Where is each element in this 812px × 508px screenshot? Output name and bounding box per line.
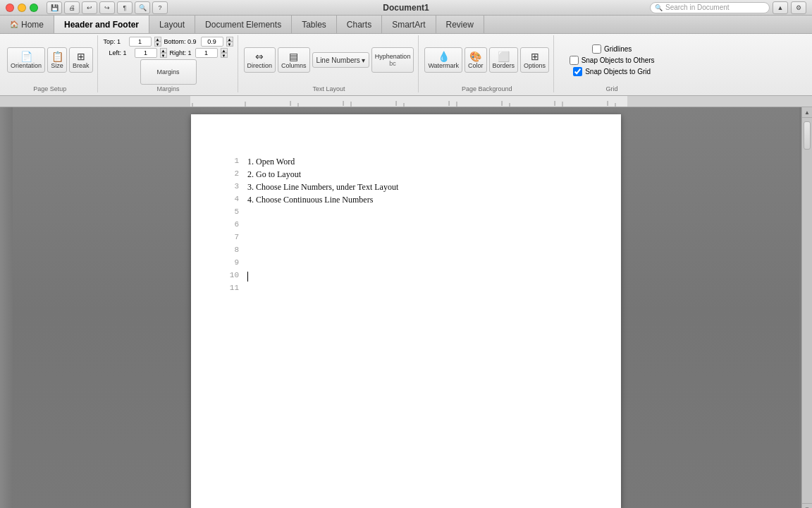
- doc-line-11: 11: [247, 284, 586, 296]
- text-layout-label: Text Layout: [244, 85, 414, 92]
- tab-review[interactable]: Review: [436, 16, 484, 33]
- expand-icon[interactable]: ⚙: [791, 1, 806, 14]
- ribbon-section-page-background: 💧 Watermark 🎨 Color ⬜ Borders ⊞ Options …: [420, 35, 554, 92]
- tab-tables[interactable]: Tables: [292, 16, 337, 33]
- watermark-button[interactable]: 💧 Watermark: [424, 47, 462, 73]
- left-spinners[interactable]: ▲ ▼: [160, 48, 167, 58]
- collapse-icon[interactable]: ▲: [773, 1, 788, 14]
- line-num-7: 7: [219, 233, 239, 241]
- left-input[interactable]: [135, 48, 157, 58]
- ribbon-section-margins: Top: 1 ▲ ▼ Bottom: 0.9 ▲ ▼ Left: 1 ▲ ▼: [99, 35, 238, 92]
- break-button[interactable]: ⊞ Break: [69, 47, 93, 73]
- options-icon: ⊞: [531, 51, 539, 62]
- svg-text:|: |: [395, 99, 397, 106]
- scroll-down-arrow[interactable]: ▼: [802, 503, 812, 508]
- margins-button[interactable]: Margins: [140, 59, 197, 85]
- right-up-arrow[interactable]: ▲: [221, 48, 228, 53]
- help-icon[interactable]: ?: [152, 1, 168, 14]
- left-down-arrow[interactable]: ▼: [160, 53, 167, 58]
- ribbon-section-page-setup: 📄 Orientation 📋 Size ⊞ Break Page Setup: [3, 35, 98, 92]
- doc-line-7: 7: [247, 233, 586, 246]
- gridlines-checkbox[interactable]: [592, 44, 601, 54]
- line-num-11: 11: [219, 284, 239, 292]
- vertical-scrollbar[interactable]: ▲ ▼: [801, 107, 812, 508]
- orientation-icon: 📄: [20, 51, 32, 62]
- svg-rect-1: [190, 96, 627, 107]
- ribbon-section-grid: Gridlines Snap Objects to Others Snap Ob…: [555, 35, 668, 92]
- columns-icon: ▤: [289, 51, 298, 62]
- margins-left-row: Left: 1 ▲ ▼ Right: 1 ▲ ▼: [109, 48, 228, 58]
- scroll-thumb[interactable]: [804, 121, 811, 150]
- line-num-8: 8: [219, 246, 239, 254]
- text-cursor: [247, 272, 248, 282]
- left-sidebar: [0, 107, 13, 508]
- top-up-arrow[interactable]: ▲: [154, 37, 161, 42]
- search-box[interactable]: 🔍 Search in Document: [650, 2, 770, 13]
- tab-layout[interactable]: Layout: [149, 16, 195, 33]
- tab-home[interactable]: 🏠 Home: [0, 16, 54, 33]
- redo-icon[interactable]: ↪: [99, 1, 115, 14]
- right-input[interactable]: [195, 48, 218, 58]
- snap-objects-checkbox[interactable]: [570, 56, 579, 65]
- main-area: 1 1. Open Word 2 2. Go to Layout 3 3. Ch…: [0, 107, 812, 508]
- tab-charts[interactable]: Charts: [337, 16, 382, 33]
- size-button[interactable]: 📋 Size: [47, 47, 67, 73]
- color-icon: 🎨: [469, 51, 481, 62]
- line-numbers-label: Line Numbers: [316, 56, 360, 64]
- line-numbers-button[interactable]: Line Numbers ▾: [312, 52, 369, 68]
- bottom-down-arrow[interactable]: ▼: [226, 42, 233, 47]
- top-label: Top: 1: [104, 38, 126, 45]
- direction-icon: ⇔: [255, 51, 264, 62]
- doc-line-8: 8: [247, 246, 586, 258]
- line-container: 1 1. Open Word 2 2. Go to Layout 3 3. Ch…: [247, 157, 586, 296]
- right-down-arrow[interactable]: ▼: [221, 53, 228, 58]
- line-num-2: 2: [219, 169, 239, 178]
- format-icon[interactable]: ¶: [117, 1, 133, 14]
- direction-button[interactable]: ⇔ Direction: [244, 47, 276, 73]
- gridlines-checkbox-label[interactable]: Gridlines: [592, 44, 632, 54]
- page-setup-label: Page Setup: [7, 85, 93, 92]
- save-icon[interactable]: 💾: [47, 1, 62, 14]
- snap-grid-checkbox[interactable]: [573, 67, 582, 76]
- tab-document-elements[interactable]: Document Elements: [195, 16, 292, 33]
- bottom-spinners[interactable]: ▲ ▼: [226, 37, 233, 47]
- line-content-10: [247, 271, 248, 282]
- right-spinners[interactable]: ▲ ▼: [221, 48, 228, 58]
- maximize-button[interactable]: [30, 4, 38, 12]
- close-button[interactable]: [6, 4, 14, 12]
- columns-button[interactable]: ▤ Columns: [278, 47, 310, 73]
- color-button[interactable]: 🎨 Color: [465, 47, 487, 73]
- svg-text:|: |: [554, 99, 555, 106]
- tab-header-footer[interactable]: Header and Footer: [54, 16, 149, 33]
- snap-objects-label[interactable]: Snap Objects to Others: [570, 56, 655, 65]
- margins-controls: Top: 1 ▲ ▼ Bottom: 0.9 ▲ ▼ Left: 1 ▲ ▼: [104, 35, 233, 59]
- borders-button[interactable]: ⬜ Borders: [489, 47, 519, 73]
- bottom-up-arrow[interactable]: ▲: [226, 37, 233, 42]
- line-num-4: 4: [219, 195, 239, 203]
- print-icon[interactable]: 🖨: [64, 1, 80, 14]
- scroll-up-arrow[interactable]: ▲: [802, 107, 812, 118]
- zoom-icon[interactable]: 🔍: [135, 1, 150, 14]
- document-page[interactable]: 1 1. Open Word 2 2. Go to Layout 3 3. Ch…: [191, 114, 621, 508]
- window-title: Document1: [383, 3, 429, 13]
- left-up-arrow[interactable]: ▲: [160, 48, 167, 53]
- doc-line-6: 6: [247, 220, 586, 233]
- hyphenation-button[interactable]: Hyphenation bc: [371, 47, 414, 73]
- top-down-arrow[interactable]: ▼: [154, 42, 161, 47]
- top-input[interactable]: [129, 37, 152, 47]
- doc-line-3: 3 3. Choose Line Numbers, under Text Lay…: [247, 182, 586, 195]
- tab-smartart[interactable]: SmartArt: [382, 16, 436, 33]
- svg-text:|: |: [607, 99, 608, 106]
- orientation-button[interactable]: 📄 Orientation: [7, 47, 45, 73]
- ruler-svg: | | | | | | |: [0, 96, 812, 107]
- top-spinners[interactable]: ▲ ▼: [154, 37, 161, 47]
- bottom-input[interactable]: [201, 37, 223, 47]
- undo-icon[interactable]: ↩: [82, 1, 97, 14]
- snap-grid-label[interactable]: Snap Objects to Grid: [573, 67, 651, 76]
- page-background-controls: 💧 Watermark 🎨 Color ⬜ Borders ⊞ Options: [424, 35, 549, 85]
- document-area[interactable]: 1 1. Open Word 2 2. Go to Layout 3 3. Ch…: [13, 107, 799, 508]
- ruler: | | | | | | |: [0, 96, 812, 107]
- minimize-button[interactable]: [18, 4, 26, 12]
- options-button[interactable]: ⊞ Options: [520, 47, 549, 73]
- line-num-5: 5: [219, 207, 239, 216]
